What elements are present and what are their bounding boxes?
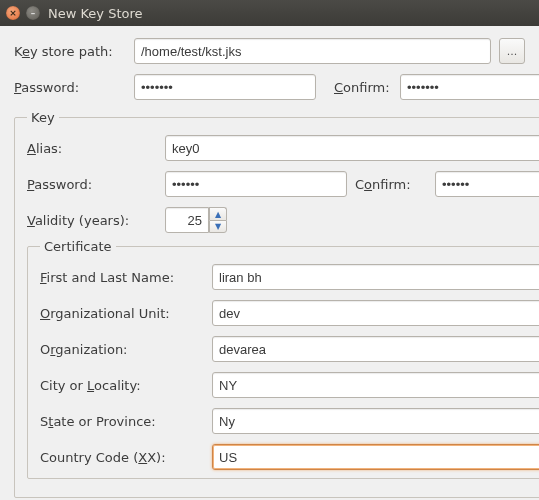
row-keystore-password: Password: Confirm: xyxy=(14,74,525,100)
country-code-label: Country Code (XX): xyxy=(40,450,200,465)
minimize-icon[interactable]: – xyxy=(26,6,40,20)
city-label: City or Locality: xyxy=(40,378,200,393)
key-confirm-input[interactable] xyxy=(435,171,539,197)
key-legend: Key xyxy=(27,110,59,125)
titlebar: × – New Key Store xyxy=(0,0,539,26)
validity-label: Validity (years): xyxy=(27,213,157,228)
keystore-password-label: Password: xyxy=(14,80,126,95)
certificate-legend: Certificate xyxy=(40,239,116,254)
key-password-label: Password: xyxy=(27,177,157,192)
spinner-down-icon[interactable]: ▼ xyxy=(209,220,227,233)
state-label: State or Province: xyxy=(40,414,200,429)
keystore-path-label: Key store path: xyxy=(14,44,126,59)
alias-input[interactable] xyxy=(165,135,539,161)
organization-label: Organization: xyxy=(40,342,200,357)
dialog-content: Key store path: ... Password: Confirm: K… xyxy=(0,26,539,500)
keystore-confirm-label: Confirm: xyxy=(334,80,392,95)
window-buttons: × – xyxy=(6,6,40,20)
keystore-path-input[interactable] xyxy=(134,38,491,64)
keystore-confirm-input[interactable] xyxy=(400,74,539,100)
first-name-input[interactable] xyxy=(212,264,539,290)
country-code-input[interactable] xyxy=(212,444,539,470)
row-keystore-path: Key store path: ... xyxy=(14,38,525,64)
org-unit-label: Organizational Unit: xyxy=(40,306,200,321)
key-fieldset: Key Alias: Password: Confirm: Validity (… xyxy=(14,110,539,498)
keystore-password-input[interactable] xyxy=(134,74,316,100)
organization-input[interactable] xyxy=(212,336,539,362)
ellipsis-icon: ... xyxy=(507,45,518,58)
spinner-up-icon[interactable]: ▲ xyxy=(209,207,227,220)
first-name-label: First and Last Name: xyxy=(40,270,200,285)
state-input[interactable] xyxy=(212,408,539,434)
org-unit-input[interactable] xyxy=(212,300,539,326)
validity-input[interactable] xyxy=(165,207,209,233)
city-input[interactable] xyxy=(212,372,539,398)
browse-button[interactable]: ... xyxy=(499,38,525,64)
validity-spinner[interactable]: ▲ ▼ xyxy=(165,207,233,233)
window-title: New Key Store xyxy=(48,6,143,21)
close-icon[interactable]: × xyxy=(6,6,20,20)
certificate-fieldset: Certificate First and Last Name: Organiz… xyxy=(27,239,539,479)
alias-label: Alias: xyxy=(27,141,157,156)
key-confirm-label: Confirm: xyxy=(355,177,427,192)
key-password-input[interactable] xyxy=(165,171,347,197)
